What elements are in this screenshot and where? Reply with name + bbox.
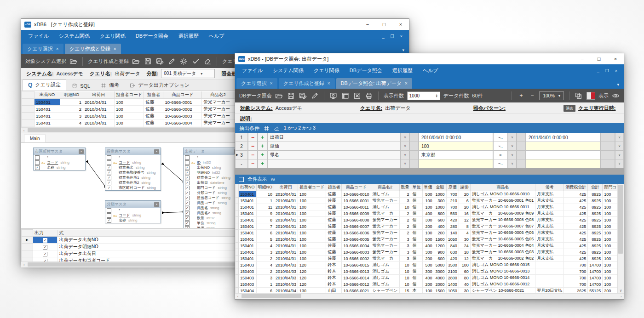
table-row[interactable]: 15040332010/04/03120鈴木10-6666-0014消しゴム10…	[236, 275, 618, 281]
clear-badge-button[interactable]: 消去	[564, 105, 575, 112]
field-checkbox[interactable]: ✓	[107, 170, 111, 175]
output-checkbox[interactable]: ✓	[43, 252, 47, 256]
monitor-icon[interactable]	[329, 92, 337, 100]
field-checkbox[interactable]: ✓	[185, 196, 190, 200]
sort-icons[interactable]: ∨∧	[270, 177, 275, 182]
column-header-合計[interactable]: 合計	[588, 184, 603, 191]
column-header-消費税合計[interactable]: 消費税合計	[564, 184, 588, 191]
pencil-icon[interactable]	[168, 57, 176, 65]
field-checkbox[interactable]: ✓	[107, 186, 111, 190]
mdi-restore-button[interactable]: ❐	[391, 34, 394, 39]
entity-field-ID[interactable]: IDint32	[184, 160, 241, 165]
field-checkbox[interactable]: ✓	[185, 211, 190, 216]
chevron-down-icon[interactable]: ∨	[401, 159, 409, 168]
chevron-down-icon[interactable]: ∨	[615, 151, 624, 159]
field-checkbox[interactable]: ✓	[107, 176, 111, 180]
add-condition-button[interactable]: +	[258, 151, 267, 159]
column-header-原価[interactable]: 原価	[446, 184, 459, 191]
entity-field-得意先住所1[interactable]: ✓得意先住所1string	[105, 175, 161, 180]
show-all-checkbox[interactable]	[239, 177, 244, 182]
menu-item-クエリ関係[interactable]: クエリ関係	[309, 67, 345, 74]
condition-field-select[interactable]: 出荷日	[267, 133, 401, 142]
entity-field-*[interactable]: *	[105, 155, 161, 160]
field-checkbox[interactable]: ✓	[107, 218, 111, 223]
table-row[interactable]: 150401102010/04/01100佐藤10-6666-0010消しゴム2…	[236, 191, 618, 198]
condition-field-select[interactable]	[267, 159, 401, 168]
close-button[interactable]: ×	[392, 19, 409, 30]
entity-field-コード[interactable]: コードstring	[105, 213, 161, 218]
excel-icon[interactable]	[353, 92, 361, 100]
entity-得意先マスタ[interactable]: 得意先マスタ×*コードstring✓得意先名string✓得意先郵便番号stri…	[105, 148, 161, 191]
field-checkbox[interactable]: ✓	[185, 191, 190, 195]
table-row[interactable]: 15040462010/04/04130山田10-6666-0021シャープペン…	[236, 288, 618, 294]
subtab-備考[interactable]: 備考	[96, 80, 124, 91]
maximize-button[interactable]: □	[591, 53, 607, 64]
entity-close-icon[interactable]: ×	[154, 149, 159, 154]
menu-item-DBデータ照会[interactable]: DBデータ照会	[345, 67, 387, 74]
field-checkbox[interactable]: ✓	[185, 221, 190, 226]
tab-クエリ選択[interactable]: クエリ選択×	[236, 78, 277, 89]
table-row[interactable]: 15040132010/04/01100佐藤10-6666-0003蛍光マーカー…	[236, 249, 618, 256]
column-header-明細NO[interactable]: 明細NO	[256, 184, 274, 191]
vertical-scrollbar[interactable]: ∨	[617, 184, 624, 293]
scroll-left-icon[interactable]: ‹	[235, 294, 241, 299]
column-header-部門コード[interactable]: 部門コード	[603, 184, 617, 191]
entity-field-*[interactable]: *	[105, 208, 161, 213]
menu-item-ヘルプ[interactable]: ヘルプ	[418, 67, 443, 74]
save-icon[interactable]	[144, 57, 152, 65]
table-row[interactable]: 15040342010/04/03120鈴木10-6666-0015消しゴム10…	[236, 262, 618, 268]
add-condition-button[interactable]: +	[258, 142, 267, 151]
field-checkbox[interactable]: ✓	[185, 170, 190, 175]
field-checkbox[interactable]: ✓	[185, 216, 190, 221]
tab-close-icon[interactable]: ×	[270, 81, 273, 86]
entity-市区町村マスタ[interactable]: 市区町村マスタ×*コードstring✓名称string	[33, 148, 86, 170]
column-header-担当者コード[interactable]: 担当者コード	[115, 91, 144, 99]
condition-value2-input[interactable]	[526, 151, 600, 159]
entity-close-icon[interactable]: ×	[154, 202, 159, 207]
column-header-商品コード[interactable]: 商品コード	[163, 91, 202, 99]
condition-field-select[interactable]: 単価	[267, 142, 401, 151]
remove-condition-button[interactable]: −	[248, 159, 258, 168]
entity-field-数量[interactable]: ✓数量int32	[184, 216, 241, 221]
hash-icon[interactable]	[264, 125, 270, 131]
field-checkbox[interactable]: ✓	[107, 181, 111, 185]
field-checkbox[interactable]: ✓	[185, 181, 190, 185]
add-condition-button[interactable]: +	[258, 133, 267, 142]
entity-field-コード[interactable]: コードstring	[34, 160, 85, 165]
scroll-right-icon[interactable]: ›	[618, 294, 624, 299]
tab-close-icon[interactable]: ×	[405, 81, 408, 86]
entity-field-分類コード[interactable]: ✓分類コードstring	[184, 190, 241, 195]
close-button[interactable]: ×	[607, 53, 624, 64]
table-row[interactable]: 15040122010/04/01100佐藤10-6666-0002蛍光マーカー…	[236, 256, 618, 262]
menu-item-システム関係[interactable]: システム関係	[268, 67, 309, 74]
check-icon[interactable]	[192, 57, 200, 65]
tab-close-icon[interactable]: ×	[114, 46, 116, 51]
tab-overflow-caret[interactable]: ▾	[617, 82, 619, 87]
chevron-down-icon[interactable]: ∨	[401, 151, 409, 159]
field-checkbox[interactable]: ✓	[185, 201, 190, 205]
output-checkbox[interactable]: ✓	[43, 245, 47, 250]
minimize-button[interactable]: −	[359, 19, 376, 30]
entity-field-得意先住所2[interactable]: ✓得意先住所2string	[105, 180, 161, 185]
column-header-金額[interactable]: 金額	[434, 184, 446, 191]
scroll-left-icon[interactable]: ‹	[21, 262, 27, 267]
display-count-input[interactable]: 1000 ▲▼	[407, 91, 440, 100]
column-header-数量[interactable]: 数量	[399, 184, 411, 191]
tab-overflow-caret[interactable]: ▾	[402, 48, 404, 52]
tab-close-icon[interactable]: ×	[328, 81, 330, 86]
entity-field-得意先コード[interactable]: ✓得意先コードstring	[184, 175, 241, 180]
field-checkbox[interactable]: ✓	[185, 165, 190, 170]
column-header-商品名[interactable]: 商品名	[470, 184, 535, 191]
run-indicator-icon[interactable]	[586, 92, 595, 100]
zoom-level-dropdown[interactable]: 100%▾	[539, 91, 564, 100]
chevron-down-icon[interactable]: ∨	[401, 133, 409, 142]
table-row[interactable]: 15040112010/04/01100佐藤10-6666-0001蛍光マーカー…	[236, 198, 618, 204]
mdi-restore-button[interactable]: ❐	[605, 68, 609, 73]
chevron-down-icon[interactable]: ∨	[508, 133, 517, 142]
column-header-商品コード[interactable]: 商品コード	[342, 184, 371, 191]
condition-value1-input[interactable]: 東京都	[419, 151, 493, 159]
condition-field-select[interactable]: 県名	[267, 151, 401, 159]
maximize-button[interactable]: □	[376, 19, 392, 30]
field-checkbox[interactable]	[107, 208, 111, 213]
field-checkbox[interactable]: ✓	[107, 165, 111, 170]
